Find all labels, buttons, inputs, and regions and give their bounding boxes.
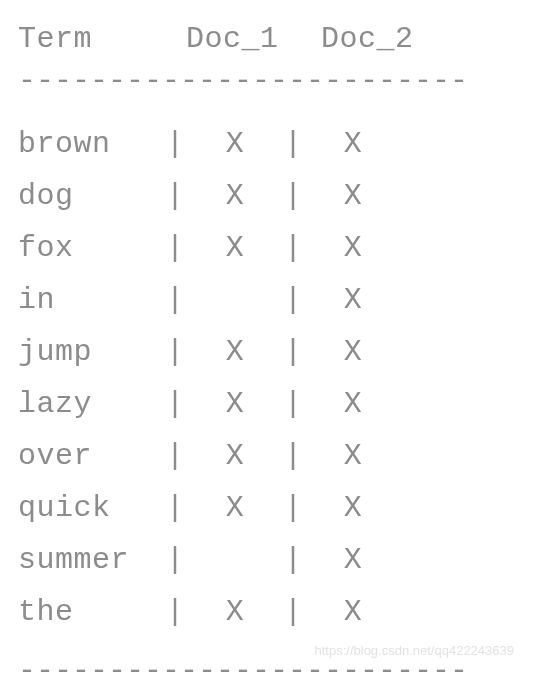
doc1-cell: X: [186, 335, 284, 369]
doc1-cell: X: [186, 595, 284, 629]
header-doc2: Doc_2: [321, 22, 456, 56]
term-cell: fox: [18, 231, 166, 265]
doc2-cell: X: [304, 595, 402, 629]
table-header-row: Term Doc_1 Doc_2: [18, 22, 518, 56]
term-cell: jump: [18, 335, 166, 369]
term-cell: summer: [18, 543, 166, 577]
doc2-cell: X: [304, 179, 402, 213]
table-row: over | X | X: [18, 430, 518, 482]
separator: |: [166, 179, 186, 213]
table-row: in | | X: [18, 274, 518, 326]
doc1-cell: X: [186, 439, 284, 473]
doc1-cell: X: [186, 127, 284, 161]
doc1-cell: X: [186, 491, 284, 525]
separator: |: [166, 439, 186, 473]
table-row: lazy | X | X: [18, 378, 518, 430]
term-cell: brown: [18, 127, 166, 161]
separator: |: [166, 335, 186, 369]
doc2-cell: X: [304, 491, 402, 525]
header-term: Term: [18, 22, 186, 56]
doc2-cell: X: [304, 231, 402, 265]
term-cell: the: [18, 595, 166, 629]
doc2-cell: X: [304, 335, 402, 369]
separator: |: [284, 335, 304, 369]
table-row: summer | | X: [18, 534, 518, 586]
separator: |: [166, 283, 186, 317]
divider-top: -------------------------: [18, 64, 518, 98]
doc2-cell: X: [304, 543, 402, 577]
table-row: jump | X | X: [18, 326, 518, 378]
separator: |: [284, 595, 304, 629]
separator: |: [284, 387, 304, 421]
header-doc1: Doc_1: [186, 22, 321, 56]
table-row: the | X | X: [18, 586, 518, 638]
doc1-cell: X: [186, 231, 284, 265]
doc1-cell: X: [186, 387, 284, 421]
separator: |: [284, 231, 304, 265]
doc2-cell: X: [304, 127, 402, 161]
separator: |: [284, 491, 304, 525]
separator: |: [166, 595, 186, 629]
table-row: brown | X | X: [18, 118, 518, 170]
separator: |: [166, 387, 186, 421]
doc2-cell: X: [304, 439, 402, 473]
term-cell: in: [18, 283, 166, 317]
separator: |: [166, 491, 186, 525]
separator: |: [284, 283, 304, 317]
separator: |: [166, 543, 186, 577]
separator: |: [284, 127, 304, 161]
watermark-text: https://blog.csdn.net/qq422243639: [315, 643, 515, 658]
doc2-cell: X: [304, 283, 402, 317]
separator: |: [284, 179, 304, 213]
term-cell: lazy: [18, 387, 166, 421]
table-body: brown | X | X dog | X | X fox | X | X in…: [18, 118, 518, 638]
term-cell: over: [18, 439, 166, 473]
separator: |: [284, 543, 304, 577]
separator: |: [166, 231, 186, 265]
table-row: quick | X | X: [18, 482, 518, 534]
doc1-cell: X: [186, 179, 284, 213]
divider-bottom: -------------------------: [18, 654, 518, 688]
term-cell: dog: [18, 179, 166, 213]
doc2-cell: X: [304, 387, 402, 421]
term-cell: quick: [18, 491, 166, 525]
table-row: fox | X | X: [18, 222, 518, 274]
separator: |: [284, 439, 304, 473]
separator: |: [166, 127, 186, 161]
table-row: dog | X | X: [18, 170, 518, 222]
